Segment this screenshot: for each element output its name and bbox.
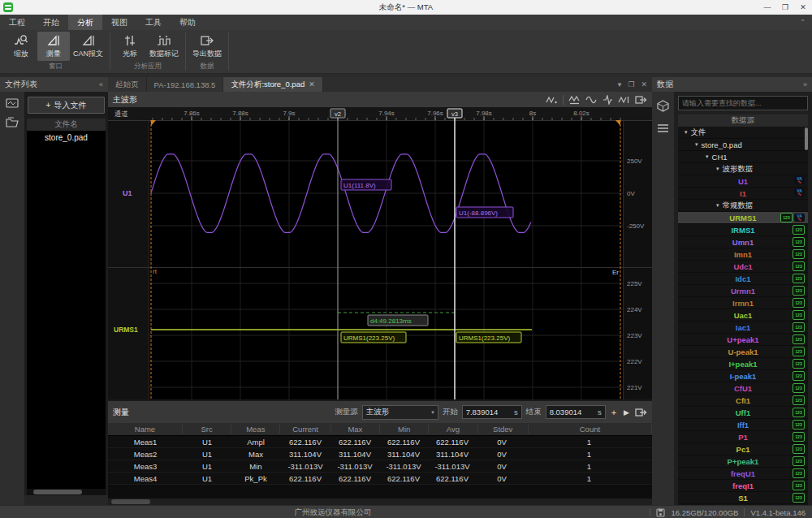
svg-text:d4:49.2813ms: d4:49.2813ms — [370, 317, 412, 325]
tree-item-Uff1[interactable]: Uff1123 — [678, 407, 808, 419]
menu-item-start[interactable]: 开始 — [34, 15, 68, 30]
tab-list-dropdown-icon[interactable]: ▾ — [618, 80, 622, 88]
tree-item-Imn1[interactable]: Imn1123 — [678, 248, 808, 261]
cell: 311.104V — [379, 450, 428, 459]
measure-button[interactable]: 测量 — [37, 32, 70, 61]
ribbon-collapse-icon[interactable]: ⌃ — [793, 15, 812, 30]
expand-arrow-icon[interactable]: ▾ — [716, 166, 719, 172]
tree-item-P1[interactable]: P1123 — [678, 431, 808, 443]
table-row[interactable]: Meas1U1Ampl622.116V622.116V622.116V622.1… — [108, 436, 652, 448]
tree-item-I1[interactable]: I1VA∿ — [678, 188, 808, 200]
tab-start-page[interactable]: 起始页 — [108, 77, 147, 92]
menu-item-help[interactable]: 帮助 — [171, 15, 205, 30]
tree-item-Pc1[interactable]: Pc1123 — [678, 443, 808, 455]
menu-item-view[interactable]: 视图 — [102, 15, 136, 30]
tree-vscrollbar[interactable] — [805, 127, 808, 150]
tree-item-Irmn1[interactable]: Irmn1123 — [678, 297, 808, 309]
collapse-left-panel-icon[interactable]: « — [99, 80, 103, 88]
tree-item-I+peak1[interactable]: I+peak1123 — [678, 358, 808, 370]
float-window-icon[interactable]: ❐ — [628, 80, 634, 88]
cell: Meas4 — [108, 474, 183, 483]
table-hscrollbar[interactable] — [108, 499, 652, 505]
tab-device[interactable]: PA-192.168.138.5 — [147, 77, 224, 92]
import-file-button[interactable]: + 导入文件 — [28, 97, 105, 114]
run-measure-button[interactable]: ▶ — [622, 408, 631, 417]
menu-item-analysis[interactable]: 分析 — [68, 15, 102, 30]
tree-item-I-peak1[interactable]: I-peak1123 — [678, 370, 808, 382]
sine-view-icon[interactable] — [585, 95, 598, 105]
tree-item-常规数据[interactable]: ▾常规数据 — [678, 200, 808, 212]
export-waveform-icon[interactable] — [635, 95, 647, 105]
tree-item-CH1[interactable]: ▾CH1 — [678, 151, 808, 163]
start-time-input[interactable]: 7.839014s — [462, 405, 522, 419]
expand-arrow-icon[interactable]: ▾ — [685, 129, 688, 136]
menu-item-tools[interactable]: 工具 — [136, 15, 171, 30]
tree-item-Idc1[interactable]: Idc1123 — [678, 273, 808, 285]
tree-item-IRMS1[interactable]: IRMS1123 — [678, 224, 808, 236]
window-title: 未命名* — MTA — [0, 2, 812, 13]
waveform-data-icon: VA∿ — [794, 176, 805, 184]
tree-item-文件[interactable]: ▾文件 — [678, 127, 808, 139]
measure-source-select[interactable]: 主波形▾ — [362, 405, 438, 420]
expand-arrow-icon[interactable]: ▾ — [706, 153, 709, 160]
export-measure-icon[interactable] — [635, 408, 647, 417]
tree-item-U-peak1[interactable]: U-peak1123 — [678, 346, 808, 358]
ribbon-group-label: 窗口 — [5, 61, 106, 73]
tree-item-Udc1[interactable]: Udc1123 — [678, 261, 808, 273]
data-source-icon[interactable] — [657, 100, 669, 112]
expand-arrow-icon[interactable]: ▾ — [716, 202, 719, 209]
cursor-button[interactable]: 光标 — [114, 32, 146, 61]
numeric-data-icon: 123 — [793, 432, 805, 442]
waveform-style-icon[interactable] — [546, 95, 558, 105]
tree-item-Urmn1[interactable]: Urmn1123 — [678, 285, 808, 297]
export-data-button[interactable]: 导出数据 — [189, 32, 225, 61]
end-time-input[interactable]: 8.039014s — [546, 405, 606, 419]
expand-arrow-icon[interactable]: ▾ — [695, 141, 698, 148]
data-search-input[interactable] — [678, 96, 808, 110]
device-screen-icon[interactable] — [6, 98, 19, 109]
tree-item-CfI1[interactable]: CfI1123 — [678, 395, 808, 407]
main-waveform-chart[interactable]: 7.86s7.88s7.9s7.92s7.94s7.96s7.98s8s8.02… — [108, 107, 652, 401]
cell: 0V — [477, 462, 527, 471]
zoom-button[interactable]: 缩放 — [5, 32, 37, 61]
can-message-button[interactable]: CAN报文 — [70, 32, 106, 61]
cell: Max — [231, 450, 280, 459]
tree-item-URMS1[interactable]: URMS1123VA∿ — [678, 212, 808, 224]
file-list-title: 文件列表 — [5, 79, 37, 90]
menu-item-project[interactable]: 工程 — [0, 15, 34, 30]
tree-item-U1[interactable]: U1VA∿ — [678, 175, 808, 188]
tree-item-波形数据[interactable]: ▾波形数据 — [678, 163, 808, 175]
tree-item-store_0.pad[interactable]: ▾store_0.pad — [678, 139, 808, 151]
tree-item-Uac1[interactable]: Uac1123 — [678, 309, 808, 322]
tree-item-freqI1[interactable]: freqI1123 — [678, 480, 808, 492]
tree-item-Iac1[interactable]: Iac1123 — [678, 322, 808, 334]
add-measure-button[interactable]: + — [610, 408, 618, 417]
file-name-column-header: 文件名 — [27, 119, 106, 131]
tree-item-freqU1[interactable]: freqU1123 — [678, 468, 808, 480]
waveform-measure-icon[interactable] — [618, 95, 630, 105]
tree-item-Umn1[interactable]: Umn1123 — [678, 236, 808, 248]
tab-file-analysis[interactable]: 文件分析:store_0.pad ✕ — [223, 77, 322, 92]
data-marker-button[interactable]: 数据标记 — [146, 32, 182, 61]
tree-item-P+peak1[interactable]: P+peak1123 — [678, 455, 808, 468]
file-list-hscrollbar[interactable] — [27, 489, 106, 495]
glitch-view-icon[interactable] — [603, 95, 613, 105]
numeric-data-icon: 123 — [793, 335, 805, 344]
list-view-icon[interactable] — [657, 123, 669, 133]
folder-icon[interactable] — [6, 117, 19, 127]
svg-text:7.86s: 7.86s — [184, 110, 200, 117]
table-row[interactable]: Meas4U1Pk_Pk622.116V622.116V622.116V622.… — [108, 473, 652, 485]
tree-item-U+peak1[interactable]: U+peak1123 — [678, 334, 808, 346]
tree-item-S1[interactable]: S1123 — [678, 492, 808, 504]
measurement-table: NameSrcMeasCurrentMaxMinAvgStdevCount Me… — [108, 423, 652, 485]
table-row[interactable]: Meas2U1Max311.104V311.104V311.104V311.10… — [108, 448, 652, 460]
collapse-right-panel-icon[interactable]: » — [803, 80, 807, 88]
numeric-data-icon: 123 — [793, 225, 805, 235]
add-waveform-icon[interactable] — [568, 95, 581, 105]
close-tab-icon[interactable]: ✕ — [309, 80, 315, 88]
tree-item-Iff1[interactable]: Iff1123 — [678, 419, 808, 431]
tree-item-CfU1[interactable]: CfU1123 — [678, 382, 808, 395]
close-document-icon[interactable]: ✕ — [641, 80, 647, 88]
file-list-item[interactable]: store_0.pad — [27, 131, 106, 144]
table-row[interactable]: Meas3U1Min-311.013V-311.013V-311.013V-31… — [108, 460, 652, 473]
